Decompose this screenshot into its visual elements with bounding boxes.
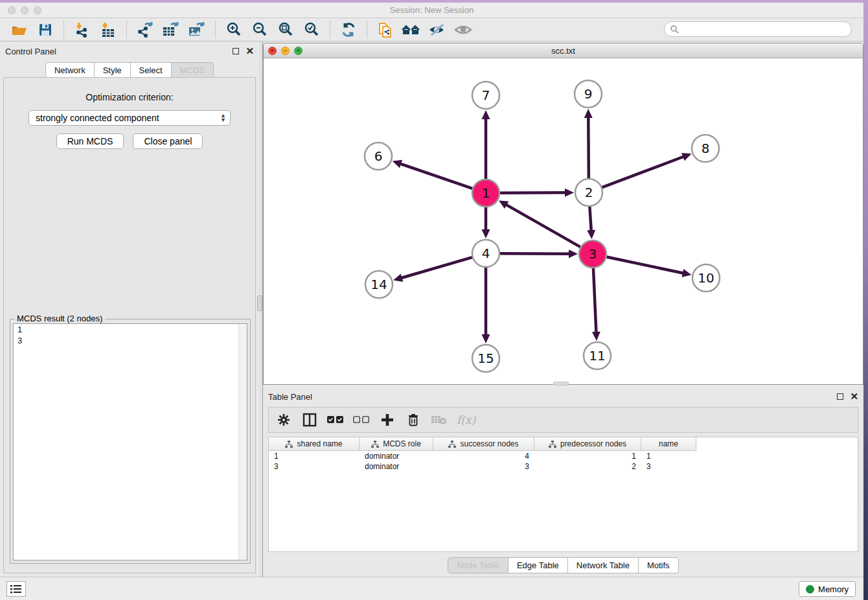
hide-selected-icon[interactable] xyxy=(426,21,448,39)
export-image-icon[interactable] xyxy=(186,21,208,39)
column-header-shared-name[interactable]: shared name xyxy=(269,437,360,451)
cell-name[interactable]: 3 xyxy=(641,461,696,472)
network-canvas[interactable]: 7968124314101511 xyxy=(264,58,863,384)
edge-arrowhead xyxy=(569,249,578,258)
edge-3-1[interactable] xyxy=(505,204,580,247)
edge-4-14[interactable] xyxy=(400,257,472,278)
tab-node-table[interactable]: Node Table xyxy=(448,557,508,573)
import-network-icon[interactable] xyxy=(71,21,93,39)
tab-mcds[interactable]: MCDS xyxy=(171,62,214,78)
delete-columns-icon[interactable] xyxy=(405,411,422,428)
network-column-icon xyxy=(448,441,456,448)
select-all-columns-icon[interactable] xyxy=(327,411,344,428)
mcds-result-list[interactable]: 1 3 xyxy=(13,323,247,560)
save-session-icon[interactable] xyxy=(34,21,56,39)
function-builder-icon[interactable]: f(x) xyxy=(457,413,475,426)
network-window-titlebar: × − + scc.txt xyxy=(264,43,863,58)
column-header-successor-nodes[interactable]: successor nodes xyxy=(433,437,534,451)
duplicate-network-icon[interactable] xyxy=(374,21,396,39)
mcds-result-scrollbar[interactable] xyxy=(238,324,247,560)
edge-2-8[interactable] xyxy=(602,156,685,187)
zoom-in-icon[interactable] xyxy=(223,21,245,39)
search-input[interactable] xyxy=(682,25,851,34)
cell-mcds-role[interactable]: dominator xyxy=(360,461,433,472)
cell-predecessor-nodes[interactable]: 1 xyxy=(534,451,641,461)
create-column-icon[interactable] xyxy=(379,411,396,428)
search-field[interactable] xyxy=(664,21,852,37)
column-header-predecessor-nodes[interactable]: predecessor nodes xyxy=(534,437,641,451)
apply-layout-icon[interactable] xyxy=(337,21,360,39)
network-graph[interactable]: 7968124314101511 xyxy=(264,58,863,384)
cell-successor-nodes[interactable]: 4 xyxy=(433,451,534,461)
edge-arrowhead xyxy=(482,334,490,343)
edge-arrowhead xyxy=(584,109,593,118)
table-panel-header: Table Panel ✕ xyxy=(263,387,863,406)
table-row[interactable]: 3 dominator 3 2 3 xyxy=(269,461,858,472)
table-row[interactable]: 1 dominator 4 1 1 xyxy=(269,451,858,461)
show-column-panel-icon[interactable] xyxy=(301,411,318,428)
edge-1-2[interactable] xyxy=(500,192,567,193)
edge-arrowhead xyxy=(482,229,490,238)
cell-mcds-role[interactable]: dominator xyxy=(360,451,433,461)
zoom-selected-icon[interactable] xyxy=(301,21,323,39)
mcds-result-group: MCDS result (2 nodes) 1 3 xyxy=(10,319,251,564)
mcds-result-item[interactable]: 1 xyxy=(14,324,247,335)
table-toolbar: f(x) xyxy=(268,407,858,433)
zoom-fit-icon[interactable] xyxy=(275,21,297,39)
cell-predecessor-nodes[interactable]: 2 xyxy=(534,461,641,472)
edge-1-6[interactable] xyxy=(399,163,472,189)
export-table-icon[interactable] xyxy=(160,21,182,39)
run-mcds-button[interactable]: Run MCDS xyxy=(56,133,124,149)
zoom-out-icon[interactable] xyxy=(249,21,271,39)
column-header-name[interactable]: name xyxy=(641,437,696,451)
edge-3-11[interactable] xyxy=(593,268,597,334)
edge-2-9[interactable] xyxy=(588,116,589,178)
graph-node-label: 8 xyxy=(702,141,710,156)
panel-split-grip[interactable] xyxy=(257,295,262,311)
close-panel-icon[interactable]: ✕ xyxy=(246,48,254,54)
unselect-all-columns-icon[interactable] xyxy=(353,411,370,428)
dropdown-stepper-icon: ▲▼ xyxy=(220,113,226,122)
graph-node-label: 14 xyxy=(371,277,387,292)
close-panel-button[interactable]: Close panel xyxy=(133,133,203,149)
graph-node-label: 11 xyxy=(589,348,605,363)
tab-motifs[interactable]: Motifs xyxy=(638,557,679,573)
memory-button[interactable]: Memory xyxy=(799,581,856,597)
edge-3-10[interactable] xyxy=(607,257,685,273)
mcds-result-item[interactable]: 3 xyxy=(14,335,247,346)
edge-arrowhead xyxy=(482,110,490,119)
tab-edge-table[interactable]: Edge Table xyxy=(508,557,568,573)
show-all-icon[interactable] xyxy=(452,21,474,39)
float-panel-icon[interactable] xyxy=(233,48,239,54)
table-options-icon[interactable] xyxy=(275,411,292,428)
network-column-icon xyxy=(371,441,379,448)
open-session-icon[interactable] xyxy=(8,21,30,39)
cell-shared-name[interactable]: 1 xyxy=(269,451,360,461)
tab-network[interactable]: Network xyxy=(45,62,95,78)
graph-node-label: 6 xyxy=(374,148,383,164)
close-table-panel-icon[interactable]: ✕ xyxy=(850,393,858,400)
criterion-dropdown[interactable]: strongly connected component ▲▼ xyxy=(29,110,231,126)
column-header-mcds-role[interactable]: MCDS role xyxy=(360,437,433,451)
task-history-button[interactable] xyxy=(6,581,26,597)
toolbar-separator xyxy=(126,21,127,38)
graph-node-label: 7 xyxy=(482,87,490,103)
first-neighbors-icon[interactable] xyxy=(400,21,422,39)
import-table-icon[interactable] xyxy=(97,21,119,39)
delete-table-icon[interactable] xyxy=(431,411,448,428)
float-table-panel-icon[interactable] xyxy=(837,393,843,400)
node-table: shared name MCDS role successor nodes pr… xyxy=(268,437,858,552)
table-split-grip[interactable] xyxy=(553,382,569,386)
cell-successor-nodes[interactable]: 3 xyxy=(433,461,534,472)
control-panel: Control Panel ✕ Network Style Select MCD… xyxy=(0,41,259,577)
status-bar: Memory xyxy=(0,577,863,600)
edge-4-3[interactable] xyxy=(500,253,571,254)
tab-select[interactable]: Select xyxy=(130,62,172,78)
edge-2-3[interactable] xyxy=(589,207,591,232)
tab-network-table[interactable]: Network Table xyxy=(567,557,639,573)
export-network-icon[interactable] xyxy=(134,21,156,39)
tab-style[interactable]: Style xyxy=(94,62,131,78)
cell-name[interactable]: 1 xyxy=(641,451,696,461)
cell-shared-name[interactable]: 3 xyxy=(269,461,360,472)
graph-node-label: 15 xyxy=(477,351,494,366)
